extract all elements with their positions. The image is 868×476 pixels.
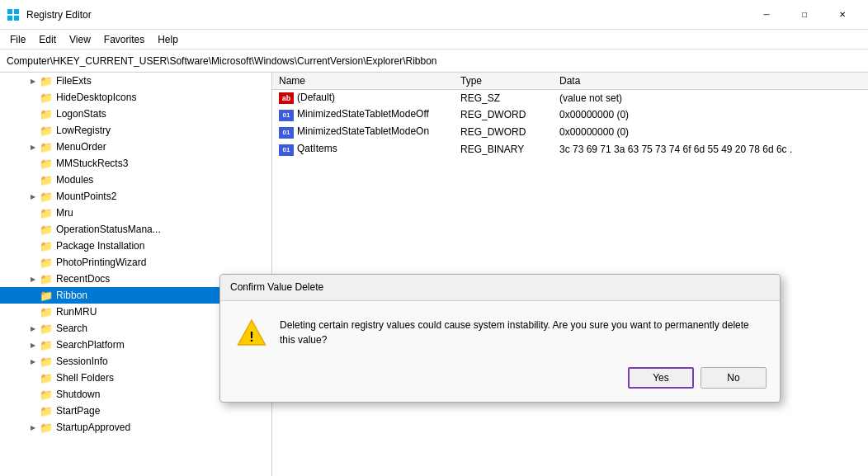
tree-item[interactable]: ▶📁FileExts (0, 73, 271, 89)
reg-binary-icon: 01 (279, 144, 294, 156)
tree-item[interactable]: 📁LowRegistry (0, 122, 271, 139)
confirm-dialog: Confirm Value Delete ! Deleting certain … (219, 274, 781, 403)
table-row[interactable]: 01MinimizedStateTabletModeOn REG_DWORD 0… (272, 124, 868, 141)
tree-item-label: StartPage (56, 405, 100, 417)
table-row[interactable]: ab(Default) REG_SZ (value not set) (272, 90, 868, 106)
cell-type: REG_DWORD (454, 106, 553, 124)
folder-icon: 📁 (40, 141, 53, 153)
menu-edit[interactable]: Edit (32, 32, 63, 47)
cell-name: ab(Default) (272, 90, 454, 106)
svg-rect-3 (14, 16, 19, 21)
cell-data: 0x00000000 (0) (553, 124, 868, 141)
expand-arrow-icon[interactable]: ▶ (26, 424, 40, 431)
tree-item-label: MenuOrder (56, 141, 106, 153)
folder-icon: 📁 (40, 224, 53, 236)
tree-item[interactable]: 📁Modules (0, 172, 271, 188)
maximize-button[interactable]: □ (785, 2, 823, 28)
dialog-title-bar: Confirm Value Delete (220, 275, 780, 301)
tree-item-label: RunMRU (56, 306, 97, 318)
cell-type: REG_DWORD (454, 124, 553, 141)
folder-icon: 📁 (40, 92, 53, 104)
reg-dword-icon: 01 (279, 110, 294, 121)
tree-item[interactable]: ▶📁MountPoints2 (0, 188, 271, 205)
address-text: Computer\HKEY_CURRENT_USER\Software\Micr… (7, 55, 437, 67)
tree-item[interactable]: 📁HideDesktopIcons (0, 89, 271, 106)
tree-item[interactable]: ▶📁StartupApproved (0, 419, 271, 436)
minimize-button[interactable]: ─ (748, 2, 785, 28)
cell-type: REG_BINARY (454, 141, 553, 158)
folder-icon: 📁 (40, 191, 53, 203)
expand-arrow-icon[interactable]: ▶ (26, 342, 40, 349)
address-bar: Computer\HKEY_CURRENT_USER\Software\Micr… (0, 49, 868, 73)
window-title: Registry Editor (26, 9, 748, 21)
tree-item-label: SessionInfo (56, 356, 108, 367)
table-row[interactable]: 01MinimizedStateTabletModeOff REG_DWORD … (272, 106, 868, 124)
tree-item[interactable]: ▶📁MenuOrder (0, 139, 271, 155)
folder-icon: 📁 (40, 273, 53, 285)
tree-item-label: HideDesktopIcons (56, 92, 136, 103)
col-data: Data (553, 73, 868, 90)
folder-icon: 📁 (40, 339, 53, 351)
tree-item-label: SearchPlatform (56, 339, 125, 351)
folder-icon: 📁 (40, 405, 53, 417)
tree-item-label: LogonStats (56, 108, 106, 120)
menu-favorites[interactable]: Favorites (97, 32, 151, 47)
folder-icon: 📁 (40, 356, 53, 368)
tree-item[interactable]: 📁PhotoPrintingWizard (0, 254, 271, 271)
folder-icon: 📁 (40, 75, 53, 87)
folder-icon: 📁 (40, 389, 53, 401)
expand-arrow-icon[interactable]: ▶ (26, 193, 40, 200)
tree-item-label: Package Installation (56, 240, 144, 252)
expand-arrow-icon[interactable]: ▶ (26, 276, 40, 283)
yes-button[interactable]: Yes (628, 367, 694, 389)
menu-file[interactable]: File (3, 32, 32, 47)
main-content: ▶📁FileExts 📁HideDesktopIcons 📁LogonStats… (0, 73, 868, 476)
menu-view[interactable]: View (63, 32, 97, 47)
warning-icon: ! (237, 318, 267, 347)
expand-arrow-icon[interactable]: ▶ (26, 144, 40, 151)
no-button[interactable]: No (701, 367, 767, 389)
folder-icon: 📁 (40, 306, 53, 318)
reg-sz-icon: ab (279, 92, 294, 104)
tree-item-label: LowRegistry (56, 125, 111, 136)
tree-item-label: MMStuckRects3 (56, 158, 128, 169)
title-bar: Registry Editor ─ □ ✕ (0, 0, 868, 30)
tree-item[interactable]: 📁MMStuckRects3 (0, 155, 271, 172)
cell-data: 0x00000000 (0) (553, 106, 868, 124)
dialog-buttons: Yes No (220, 361, 780, 402)
menu-help[interactable]: Help (151, 32, 185, 47)
svg-rect-1 (14, 9, 19, 14)
table-row[interactable]: 01QatItems REG_BINARY 3c 73 69 71 3a 63 … (272, 141, 868, 158)
tree-item-label: Shell Folders (56, 372, 114, 384)
svg-rect-0 (7, 9, 12, 14)
dialog-message: Deleting certain registry values could c… (280, 318, 763, 347)
expand-arrow-icon[interactable]: ▶ (26, 78, 40, 85)
menu-bar: File Edit View Favorites Help (0, 30, 868, 49)
cell-type: REG_SZ (454, 90, 553, 106)
tree-item[interactable]: 📁StartPage (0, 403, 271, 419)
tree-item-label: Modules (56, 174, 93, 186)
tree-item-label: FileExts (56, 75, 92, 87)
tree-item-label: PhotoPrintingWizard (56, 257, 146, 268)
tree-item[interactable]: 📁OperationStatusMana... (0, 221, 271, 238)
tree-item-label: StartupApproved (56, 422, 130, 433)
tree-item-label: Ribbon (56, 290, 87, 301)
folder-icon: 📁 (40, 323, 53, 335)
folder-icon: 📁 (40, 125, 53, 137)
folder-icon: 📁 (40, 174, 53, 186)
folder-icon: 📁 (40, 422, 53, 434)
reg-dword-icon: 01 (279, 127, 294, 139)
tree-item[interactable]: 📁Package Installation (0, 238, 271, 254)
close-button[interactable]: ✕ (823, 2, 861, 28)
expand-arrow-icon[interactable]: ▶ (26, 358, 40, 365)
cell-name: 01QatItems (272, 141, 454, 158)
tree-item[interactable]: 📁Mru (0, 205, 271, 221)
folder-icon: 📁 (40, 108, 53, 120)
tree-item[interactable]: 📁LogonStats (0, 106, 271, 122)
expand-arrow-icon[interactable]: ▶ (26, 325, 40, 332)
cell-data: 3c 73 69 71 3a 63 75 73 74 6f 6d 55 49 2… (553, 141, 868, 158)
folder-icon: 📁 (40, 158, 53, 170)
registry-table: Name Type Data ab(Default) REG_SZ (value… (272, 73, 868, 158)
folder-icon: 📁 (40, 207, 53, 219)
tree-item-label: OperationStatusMana... (56, 224, 161, 235)
